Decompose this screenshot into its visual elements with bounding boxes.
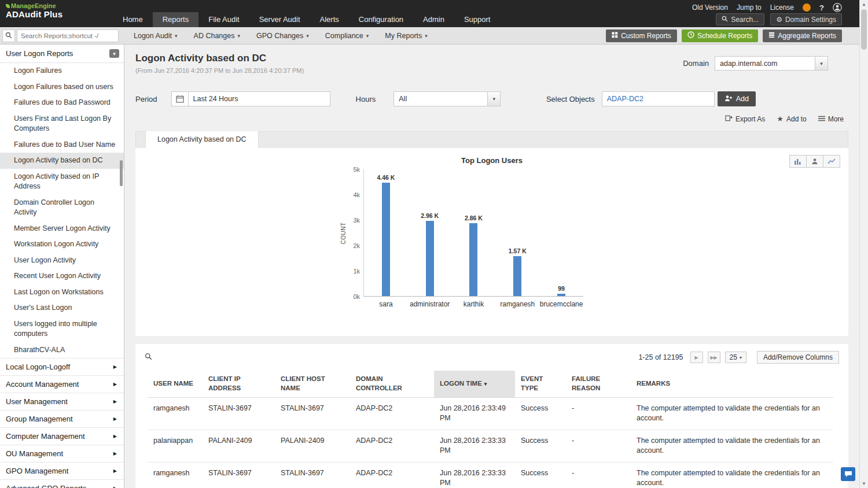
nav-item[interactable]: Configuration [349, 12, 413, 27]
brand-logo[interactable]: ManageEngine ADAudit Plus [6, 2, 62, 19]
col-event-type[interactable]: EVENT TYPE [515, 371, 566, 397]
sidebar-scrollbar-thumb[interactable] [120, 160, 123, 186]
domain-select[interactable]: adap.internal.com ▾ [715, 56, 828, 71]
aggregate-reports-button[interactable]: Aggregate Reports [763, 29, 842, 42]
global-search-button[interactable]: Search... [716, 13, 764, 25]
utility-link[interactable]: License [770, 3, 794, 12]
account-icon[interactable] [833, 3, 842, 12]
calendar-icon[interactable] [171, 91, 189, 106]
nav-item[interactable]: Home [113, 12, 153, 27]
sidebar-report-item[interactable]: Users logged into multiple computers [0, 316, 124, 342]
next-page-icon[interactable]: ▶ [690, 352, 703, 363]
sidebar-report-item[interactable]: Domain Controller Logon Activity [0, 195, 124, 221]
sidebar-report-item[interactable]: Failures due to Bad User Name [0, 137, 124, 153]
report-menu[interactable]: AD Changes ▾ [186, 27, 248, 45]
sidebar-collapsed-section[interactable]: Computer Management ▶ [0, 427, 124, 445]
sidebar-collapsed-section[interactable]: Local Logon-Logoff ▶ [0, 358, 124, 375]
sidebar-report-item[interactable]: Users First and Last Logon By Computers [0, 111, 124, 137]
bar[interactable] [382, 183, 390, 296]
nav-item[interactable]: Reports [153, 12, 199, 27]
col-logon-time[interactable]: LOGON TIME▾ [434, 371, 515, 397]
notification-icon[interactable] [803, 3, 811, 12]
scrollbar-thumb[interactable] [861, 9, 867, 50]
page-scrollbar[interactable]: ▲ ▼ [859, 0, 868, 488]
utility-link[interactable]: Old Version [692, 3, 728, 12]
add-remove-columns-button[interactable]: Add/Remove Columns [757, 351, 839, 364]
hours-select[interactable]: All ▾ [393, 91, 501, 106]
sidebar-collapsed-section[interactable]: Account Management ▶ [0, 375, 124, 393]
sidebar-report-item[interactable]: User Logon Activity [0, 253, 124, 269]
sidebar-collapsed-section[interactable]: GPO Management ▶ [0, 462, 124, 479]
nav-item[interactable]: File Audit [198, 12, 249, 27]
bar[interactable] [426, 221, 434, 296]
sidebar-report-item[interactable]: Failures due to Bad Password [0, 95, 124, 111]
report-menu[interactable]: Compliance ▾ [317, 27, 377, 45]
bar[interactable] [557, 294, 565, 296]
sidebar-report-item[interactable]: Logon Failures based on users [0, 79, 124, 95]
page-size-select[interactable]: 25 ▾ [725, 352, 746, 363]
col-failure-reason[interactable]: FAILURE REASON [566, 371, 631, 397]
line-chart-icon[interactable] [823, 155, 840, 168]
help-icon[interactable]: ? [819, 3, 824, 12]
sidebar-collapsed-section[interactable]: Group Management ▶ [0, 410, 124, 427]
cell-logon-time: Jun 28,2016 2:33:33 PM [434, 430, 515, 462]
sidebar-search-toggle[interactable] [2, 29, 15, 42]
sidebar-report-item[interactable]: Last Logon on Workstations [0, 284, 124, 301]
tab-logon-activity-dc[interactable]: Logon Activity based on DC [145, 131, 259, 148]
report-search-input[interactable] [17, 29, 119, 42]
table-row[interactable]: ramganesh STALIN-3697 STALIN-3697 ADAP-D… [148, 397, 833, 430]
period-input[interactable] [189, 91, 330, 106]
nav-item[interactable]: Alerts [310, 12, 349, 27]
sidebar-report-item[interactable]: Recent User Logon Activity [0, 268, 124, 284]
sidebar-report-item[interactable]: Logon Failures [0, 63, 124, 79]
cell-failure-reason: - [566, 430, 631, 462]
collapse-section-icon[interactable]: ▾ [109, 49, 119, 58]
col-client-host[interactable]: CLIENT HOST NAME [275, 371, 350, 397]
schedule-reports-button[interactable]: Schedule Reports [682, 29, 758, 42]
export-as-link[interactable]: Export As [725, 114, 765, 123]
bar-chart-icon[interactable] [789, 155, 807, 168]
table-row[interactable]: palaniappan PALANI-2409 PALANI-2409 ADAP… [148, 430, 833, 462]
sidebar-report-item[interactable]: Workstation Logon Activity [0, 236, 124, 253]
sidebar-report-item[interactable]: Member Server Logon Activity [0, 221, 124, 237]
bar[interactable] [469, 223, 477, 296]
bar-chart: COUNT 5k4k3k2k1k0k 4.46 Ksara2.96 Kadmin… [339, 169, 848, 300]
domain-settings-button[interactable]: ⚙ Domain Settings [770, 13, 842, 25]
last-page-icon[interactable]: ▶▶ [708, 352, 720, 363]
nav-item[interactable]: Server Audit [249, 12, 310, 27]
scroll-down-icon[interactable]: ▼ [860, 479, 868, 488]
report-menu[interactable]: GPO Changes ▾ [248, 27, 317, 45]
report-menu[interactable]: Logon Audit ▾ [126, 27, 186, 45]
bar[interactable] [513, 256, 521, 296]
sidebar-collapsed-section[interactable]: OU Management ▶ [0, 445, 124, 462]
nav-item[interactable]: Admin [413, 12, 454, 27]
add-object-button[interactable]: Add [718, 91, 756, 106]
scroll-up-icon[interactable]: ▲ [860, 0, 868, 9]
sidebar-section-label: OU Management [6, 449, 63, 458]
user-view-icon[interactable] [806, 155, 823, 168]
table-search-icon[interactable] [145, 352, 152, 363]
nav-item[interactable]: Support [454, 12, 501, 27]
col-remarks[interactable]: REMARKS [631, 371, 833, 397]
sidebar-report-item[interactable]: User's Last Logon [0, 300, 124, 316]
col-client-ip[interactable]: CLIENT IP ADDRESS [203, 371, 275, 397]
more-link[interactable]: More [818, 114, 844, 123]
col-domain-controller[interactable]: DOMAIN CONTROLLER [350, 371, 434, 397]
cell-domain-controller: ADAP-DC2 [350, 397, 434, 430]
sidebar-report-item[interactable]: BharathCV-ALA [0, 342, 124, 358]
col-user-name[interactable]: USER NAME [148, 371, 203, 397]
report-menu-label: Compliance [325, 32, 363, 40]
sidebar-collapsed-section[interactable]: User Management ▶ [0, 393, 124, 410]
utility-link[interactable]: Jump to [737, 3, 762, 12]
report-menu[interactable]: My Reports ▾ [377, 27, 435, 45]
add-to-link[interactable]: ★ Add to [777, 114, 806, 123]
sidebar-report-item[interactable]: Logon Activity based on DC [0, 153, 124, 169]
chat-icon[interactable] [841, 467, 855, 481]
select-objects-input[interactable] [602, 91, 715, 106]
add-user-icon [724, 95, 733, 103]
cell-event-type: Success [515, 397, 566, 430]
sidebar-report-item[interactable]: Logon Activity based on IP Address [0, 169, 124, 195]
table-row[interactable]: ramganesh STALIN-3697 STALIN-3697 ADAP-D… [148, 462, 833, 488]
custom-reports-button[interactable]: Custom Reports [606, 29, 677, 42]
sidebar-collapsed-section[interactable]: Advanced GPO Reports ▶ [0, 479, 124, 488]
